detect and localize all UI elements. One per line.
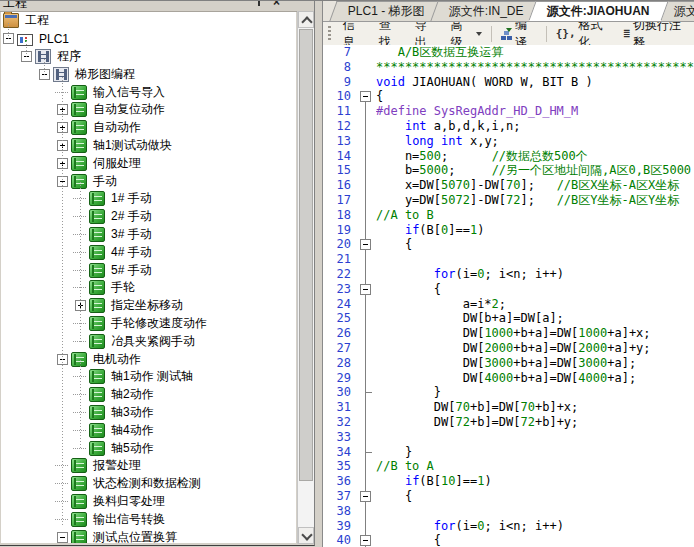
code-line[interactable]: 31 DW[70+b]=DW[70+b]+x; (323, 400, 694, 415)
fold-minus-icon[interactable] (360, 491, 371, 502)
code-line[interactable]: 13 long int x,y; (323, 134, 694, 149)
code-editor[interactable]: 7 A/B区数据互换运算8***************************… (323, 45, 694, 547)
code-line[interactable]: 34 } (323, 445, 694, 460)
scroll-up-button[interactable] (298, 11, 314, 28)
code-line[interactable]: 25 DW[b+a]=DW[a]; (323, 311, 694, 326)
expand-toggle[interactable] (57, 532, 68, 543)
tree-item[interactable]: 手轮修改速度动作 (1, 315, 296, 333)
tab-1[interactable]: PLC1 - 梯形图 (329, 1, 443, 21)
tree-item[interactable]: 手轮 (1, 279, 296, 297)
tree-item[interactable]: 轴1测试动做块 (1, 137, 296, 155)
code-line[interactable]: 36 if(B[10]==1) (323, 474, 694, 489)
code-line[interactable]: 17 y=DW[5072]-DW[72]; //B区Y坐标-A区Y坐标 (323, 193, 694, 208)
tree-item[interactable]: 换料归零处理 (1, 493, 296, 511)
fold-margin (355, 504, 376, 519)
code-line[interactable]: 39 for(i=0; i<n; i++) (323, 519, 694, 534)
tree-item[interactable]: 冶具夹紧阀手动 (1, 332, 296, 350)
toolbar-button-切换行注释[interactable]: ≣切换行注释 (616, 22, 694, 46)
code-line[interactable]: 33 (323, 430, 694, 445)
code-line[interactable]: 32 DW[72+b]=DW[72+b]+y; (323, 415, 694, 430)
toolbar-button-格式化[interactable]: {},格式化 (549, 22, 617, 46)
fold-toggle[interactable] (355, 237, 376, 252)
line-number: 25 (323, 311, 355, 326)
code-line[interactable]: 29 DW[4000+b+a]=DW[4000+a]; (323, 371, 694, 386)
fold-minus-icon[interactable] (360, 284, 371, 295)
code-line[interactable]: 23 { (323, 282, 694, 297)
tree-item[interactable]: 状态检测和数据检测 (1, 475, 296, 493)
tree-item[interactable]: 报警处理 (1, 457, 296, 475)
scrollbar-thumb[interactable] (299, 29, 313, 481)
fold-margin (355, 326, 376, 341)
tree-item[interactable]: 轴3动作 (1, 404, 296, 422)
plc-icon (17, 34, 33, 46)
tree-item[interactable]: 指定坐标移动 (1, 297, 296, 315)
code-line[interactable]: 11#define SysRegAddr_HD_D_HM_M (323, 104, 694, 119)
tab-2[interactable]: 源文件:IN_DE (430, 1, 542, 21)
code-line[interactable]: 30 } (323, 385, 694, 400)
fold-minus-icon[interactable] (360, 239, 371, 250)
code-line[interactable]: 35//B to A (323, 459, 694, 474)
code-line[interactable]: 38 (323, 504, 694, 519)
tree-item[interactable]: 电机动作 (1, 350, 296, 368)
toolbar-grip[interactable] (328, 26, 331, 41)
tree-item[interactable]: 4# 手动 (1, 243, 296, 261)
toolbar-button-信息[interactable]: 信息 (336, 22, 372, 46)
tree-item[interactable]: 轴1动作 测试轴 (1, 368, 296, 386)
tree-item[interactable]: 轴4动作 (1, 421, 296, 439)
code-line[interactable]: 9void JIAOHUAN( WORD W, BIT B ) (323, 75, 694, 90)
tree-item[interactable]: 3# 手动 (1, 226, 296, 244)
tree-item[interactable]: 手动 (1, 172, 296, 190)
toolbar-button-高级[interactable]: 高级 (443, 22, 489, 46)
tree-item[interactable]: 1# 手动 (1, 190, 296, 208)
code-line[interactable]: 10{ (323, 89, 694, 104)
project-panel-titlebar[interactable]: 工程 × (0, 1, 314, 12)
tree-item[interactable]: 自动复位动作 (1, 101, 296, 119)
fold-minus-icon[interactable] (360, 91, 371, 102)
code-line[interactable]: 16 x=DW[5070]-DW[70]; //B区X坐标-A区X坐标 (323, 178, 694, 193)
tree-scrollbar[interactable] (297, 11, 314, 544)
code-line[interactable]: 12 int a,b,d,k,i,n; (323, 119, 694, 134)
code-line[interactable]: 27 DW[2000+b+a]=DW[2000+a]+y; (323, 341, 694, 356)
toolbar-button-导出[interactable]: 导出 (408, 22, 444, 46)
close-icon[interactable]: × (273, 1, 280, 8)
code-line[interactable]: 7 A/B区数据互换运算 (323, 45, 694, 60)
code-line[interactable]: 8***************************************… (323, 60, 694, 75)
pin-icon[interactable] (254, 1, 263, 8)
tab-3[interactable]: 源文件:JIAOHUAN (529, 1, 669, 21)
tree-item[interactable]: 轴5动作 (1, 439, 296, 457)
tree-item[interactable]: 轴2动作 (1, 386, 296, 404)
tree-item[interactable]: 程序 (1, 48, 296, 66)
scroll-down-button[interactable] (298, 527, 314, 544)
fold-toggle[interactable] (355, 489, 376, 504)
tree-item[interactable]: 自动动作 (1, 119, 296, 137)
tree-item[interactable]: 输出信号转换 (1, 510, 296, 528)
tree-item[interactable]: 梯形图编程 (1, 65, 296, 83)
tree-item[interactable]: 2# 手动 (1, 208, 296, 226)
tree-item[interactable]: 5# 手动 (1, 261, 296, 279)
tree-item[interactable]: 伺服处理 (1, 154, 296, 172)
code-line[interactable]: 24 a=i*2; (323, 297, 694, 312)
code-line[interactable]: 37 { (323, 489, 694, 504)
code-line[interactable]: 15 b=5000; //另一个区地址间隔,A区0,B区5000 (323, 163, 694, 178)
tree-item[interactable]: PLC1 (1, 30, 296, 48)
fold-minus-icon[interactable] (360, 535, 371, 546)
line-number: 33 (323, 430, 355, 445)
tree-item[interactable]: 工程 (1, 12, 296, 30)
tree-item-label: 报警处理 (91, 457, 143, 474)
code-line[interactable]: 22 for(i=0; i<n; i++) (323, 267, 694, 282)
toolbar-button-编译[interactable]: 编译 (494, 22, 544, 46)
tree-item[interactable]: 测试点位置换算 (1, 528, 296, 543)
fold-toggle[interactable] (355, 282, 376, 297)
toolbar-button-查找[interactable]: 查找 (372, 22, 408, 46)
code-line[interactable]: 26 DW[1000+b+a]=DW[1000+a]+x; (323, 326, 694, 341)
code-line[interactable]: 21 (323, 252, 694, 267)
code-line[interactable]: 19 if(B[0]==1) (323, 223, 694, 238)
code-line[interactable]: 20 { (323, 237, 694, 252)
code-line[interactable]: 40 { (323, 533, 694, 547)
code-line[interactable]: 14 n=500; //数据总数500个 (323, 149, 694, 164)
fold-toggle[interactable] (355, 89, 376, 104)
fold-toggle[interactable] (355, 533, 376, 547)
code-line[interactable]: 18//A to B (323, 208, 694, 223)
tree-item[interactable]: 输入信号导入 (1, 83, 296, 101)
code-line[interactable]: 28 DW[3000+b+a]=DW[3000+a]; (323, 356, 694, 371)
